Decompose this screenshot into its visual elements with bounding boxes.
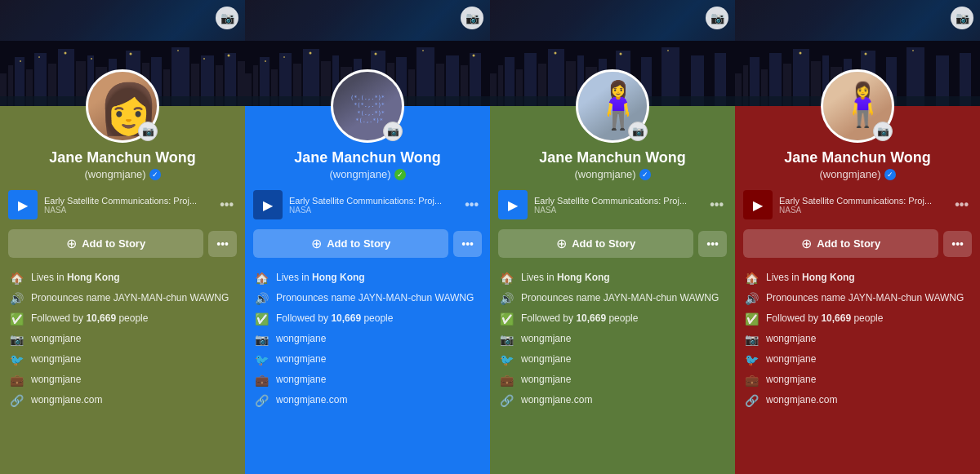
add-story-btn-3[interactable]: ⊕ Add to Story <box>743 229 938 258</box>
instagram-text-1: wongmjane <box>276 332 480 346</box>
instagram-icon-1: 📷 <box>255 333 268 346</box>
camera-avatar-btn-0[interactable]: 📷 <box>138 122 158 141</box>
lives-in-row-1: 🏠 Lives in Hong Kong <box>255 271 480 285</box>
profile-area-0: 📷 Jane Manchun Wong (wongmjane) ✓ <box>0 69 245 180</box>
music-thumb-2: ▶ <box>498 190 528 219</box>
music-more-btn-3[interactable]: ••• <box>951 194 972 215</box>
followers-row-3: ✅ Followed by 10,669 people <box>745 312 970 326</box>
action-row-2: ⊕ Add to Story ••• <box>490 224 735 263</box>
followers-text-3: Followed by 10,669 people <box>766 312 970 326</box>
linkedin-row-3: 💼 wongmjane <box>745 373 970 387</box>
camera-avatar-icon-1: 📷 <box>387 126 399 137</box>
camera-avatar-btn-3[interactable]: 📷 <box>873 122 893 141</box>
instagram-row-0: 📷 wongmjane <box>10 332 235 346</box>
verified-badge-0: ✓ <box>149 169 161 180</box>
music-more-btn-0[interactable]: ••• <box>216 194 237 215</box>
camera-cover-btn-2[interactable]: 📷 <box>706 7 728 29</box>
camera-cover-icon-3: 📷 <box>956 11 969 24</box>
camera-cover-btn-3[interactable]: 📷 <box>951 7 973 29</box>
lives-in-text-0: Lives in Hong Kong <box>31 271 235 285</box>
instagram-row-3: 📷 wongmjane <box>745 332 970 346</box>
music-thumb-1: ▶ <box>253 190 283 219</box>
home-icon-0: 🏠 <box>10 272 23 285</box>
add-story-btn-0[interactable]: ⊕ Add to Story <box>8 229 203 258</box>
followers-text-1: Followed by 10,669 people <box>276 312 480 326</box>
music-source-1: NASA <box>289 206 455 215</box>
camera-cover-icon-1: 📷 <box>466 11 479 24</box>
music-more-btn-2[interactable]: ••• <box>706 194 727 215</box>
info-section-3: 🏠 Lives in Hong Kong 🔊 Pronounces name J… <box>735 263 980 415</box>
camera-avatar-btn-2[interactable]: 📷 <box>628 122 648 141</box>
camera-cover-btn-0[interactable]: 📷 <box>216 7 238 29</box>
profile-area-3: 📷 Jane Manchun Wong (wongmjane) ✓ <box>735 69 980 180</box>
add-story-plus-icon-3: ⊕ <box>801 236 812 251</box>
profile-username-0: (wongmjane) ✓ <box>84 168 160 180</box>
website-row-1: 🔗 wongmjane.com <box>255 393 480 407</box>
add-story-btn-1[interactable]: ⊕ Add to Story <box>253 229 448 258</box>
verified-badge-3: ✓ <box>884 169 896 180</box>
followers-text-2: Followed by 10,669 people <box>521 312 725 326</box>
action-more-btn-1[interactable]: ••• <box>453 231 482 257</box>
sound-icon-0: 🔊 <box>10 292 23 305</box>
action-row-1: ⊕ Add to Story ••• <box>245 224 490 263</box>
website-icon-1: 🔗 <box>255 394 268 407</box>
linkedin-text-2: wongmjane <box>521 373 725 387</box>
pronounces-row-2: 🔊 Pronounces name JAYN-MAN-chun WAWNG <box>500 291 725 305</box>
lives-in-text-3: Lives in Hong Kong <box>766 271 970 285</box>
action-more-btn-2[interactable]: ••• <box>698 231 727 257</box>
profile-username-1: (wongmjane) ✓ <box>329 168 405 180</box>
music-row-2: ▶ Early Satellite Communications: Proj..… <box>490 185 735 224</box>
linkedin-text-1: wongmjane <box>276 373 480 387</box>
verified-badge-2: ✓ <box>639 169 651 180</box>
music-thumb-0: ▶ <box>8 190 38 219</box>
camera-avatar-icon-3: 📷 <box>877 126 889 137</box>
twitter-icon-0: 🐦 <box>10 353 23 366</box>
instagram-text-2: wongmjane <box>521 332 725 346</box>
profile-name-0: Jane Manchun Wong <box>42 149 203 166</box>
pronounces-text-3: Pronounces name JAYN-MAN-chun WAWNG <box>766 291 970 305</box>
followers-icon-2: ✅ <box>500 312 513 326</box>
music-title-0: Early Satellite Communications: Proj... <box>44 196 210 206</box>
pronounces-row-1: 🔊 Pronounces name JAYN-MAN-chun WAWNG <box>255 291 480 305</box>
music-more-btn-1[interactable]: ••• <box>461 194 482 215</box>
avatar-wrapper-0: 📷 <box>86 69 159 143</box>
action-more-btn-0[interactable]: ••• <box>208 231 237 257</box>
twitter-row-0: 🐦 wongmjane <box>10 352 235 366</box>
camera-avatar-btn-1[interactable]: 📷 <box>383 122 403 141</box>
info-section-2: 🏠 Lives in Hong Kong 🔊 Pronounces name J… <box>490 263 735 415</box>
camera-avatar-icon-2: 📷 <box>632 126 644 137</box>
music-info-2: Early Satellite Communications: Proj... … <box>534 196 700 215</box>
music-title-2: Early Satellite Communications: Proj... <box>534 196 700 206</box>
profile-card-2: 📷 📷 Jane Manchun Wong (wongmjane) ✓ ▶ Ea… <box>490 0 735 474</box>
website-icon-0: 🔗 <box>10 394 23 407</box>
action-more-icon-1: ••• <box>461 237 474 250</box>
twitter-row-2: 🐦 wongmjane <box>500 352 725 366</box>
add-story-btn-2[interactable]: ⊕ Add to Story <box>498 229 693 258</box>
instagram-icon-0: 📷 <box>10 333 23 346</box>
profile-name-3: Jane Manchun Wong <box>777 149 938 166</box>
verified-badge-1: ✓ <box>394 169 406 180</box>
twitter-row-1: 🐦 wongmjane <box>255 352 480 366</box>
music-title-1: Early Satellite Communications: Proj... <box>289 196 455 206</box>
info-section-1: 🏠 Lives in Hong Kong 🔊 Pronounces name J… <box>245 263 490 415</box>
pronounces-text-1: Pronounces name JAYN-MAN-chun WAWNG <box>276 291 480 305</box>
music-row-1: ▶ Early Satellite Communications: Proj..… <box>245 185 490 224</box>
lives-in-row-2: 🏠 Lives in Hong Kong <box>500 271 725 285</box>
instagram-icon-3: 📷 <box>745 333 758 346</box>
profile-name-2: Jane Manchun Wong <box>532 149 693 166</box>
twitter-row-3: 🐦 wongmjane <box>745 352 970 366</box>
action-more-icon-2: ••• <box>706 237 719 250</box>
home-icon-2: 🏠 <box>500 272 513 285</box>
twitter-text-3: wongmjane <box>766 352 970 366</box>
profile-username-3: (wongmjane) ✓ <box>819 168 895 180</box>
linkedin-text-0: wongmjane <box>31 373 235 387</box>
action-more-icon-3: ••• <box>951 237 964 250</box>
camera-cover-btn-1[interactable]: 📷 <box>461 7 483 29</box>
twitter-icon-1: 🐦 <box>255 353 268 366</box>
sound-icon-2: 🔊 <box>500 292 513 305</box>
action-more-icon-0: ••• <box>216 237 229 250</box>
info-section-0: 🏠 Lives in Hong Kong 🔊 Pronounces name J… <box>0 263 245 415</box>
action-more-btn-3[interactable]: ••• <box>943 231 972 257</box>
music-source-3: NASA <box>779 206 945 215</box>
instagram-icon-2: 📷 <box>500 333 513 346</box>
